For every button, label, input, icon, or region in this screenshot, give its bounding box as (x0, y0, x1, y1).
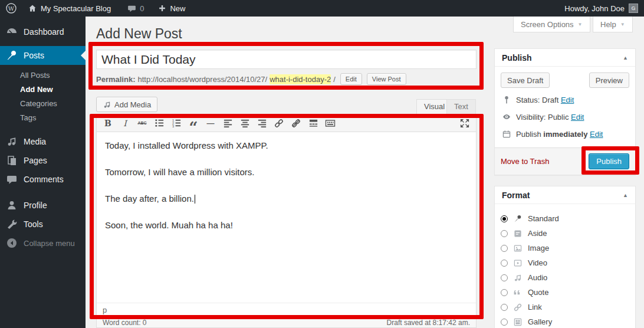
editor-paragraph: Soon, the world. Muah ha ha ha! (105, 219, 468, 231)
format-box-title: Format (502, 191, 530, 200)
editor-paragraph: Today, I installed Wordpress with XAMPP. (105, 139, 468, 152)
unlink-button[interactable] (290, 117, 303, 130)
radio-checked[interactable] (501, 215, 508, 222)
svg-text:3: 3 (172, 124, 173, 128)
format-option-video[interactable]: Video (501, 255, 628, 270)
format-option-quote[interactable]: Quote (501, 285, 628, 300)
home-icon (28, 4, 37, 13)
radio[interactable] (501, 319, 508, 326)
editor: B I ABC 123 “ — (96, 114, 477, 317)
more-tag-button[interactable] (307, 117, 320, 130)
new-menu-item[interactable]: New (153, 0, 190, 17)
edit-status-link[interactable]: Edit (561, 96, 574, 104)
profile-icon (6, 199, 18, 211)
sidebar-item-label: Comments (24, 175, 64, 184)
gallery-icon (513, 317, 523, 327)
radio[interactable] (501, 274, 508, 281)
sidebar-item-all-posts[interactable]: All Posts (0, 68, 86, 83)
collapse-toggle-icon[interactable]: ▲ (623, 192, 628, 198)
post-title-input[interactable] (96, 50, 477, 69)
permalink-suffix: / (333, 75, 336, 84)
wordpress-logo-icon: W (5, 2, 17, 14)
comments-icon (6, 173, 18, 185)
radio[interactable] (501, 245, 508, 252)
italic-button[interactable]: I (119, 117, 132, 130)
avatar: G (629, 4, 638, 13)
blockquote-button[interactable]: “ (187, 117, 200, 130)
post-status-info: Word count: 0 Draft saved at 8:17:42 am. (96, 317, 477, 328)
permalink-base: http://localhost/wordpress/2014/10/27/ (137, 75, 267, 84)
site-menu-item[interactable]: My Spectacular Blog (22, 0, 116, 17)
comments-bubble-item[interactable]: 0 (122, 0, 149, 17)
numbered-list-button[interactable]: 123 (170, 117, 183, 130)
sidebar-item-tags[interactable]: Tags (0, 111, 86, 125)
sidebar-item-comments[interactable]: Comments (0, 170, 86, 189)
sidebar-item-tools[interactable]: Tools (0, 215, 86, 234)
sidebar-item-label: Tools (24, 219, 43, 229)
radio[interactable] (501, 260, 508, 267)
tab-text[interactable]: Text (446, 99, 476, 114)
add-media-icon (103, 100, 111, 109)
sidebar-item-profile[interactable]: Profile (0, 196, 86, 215)
publish-box-header: Publish ▲ (495, 49, 635, 67)
sidebar-item-posts[interactable]: Posts (0, 46, 86, 65)
sidebar-item-pages[interactable]: Pages (0, 151, 86, 170)
sidebar-item-media[interactable]: Media (0, 132, 86, 151)
align-center-button[interactable] (238, 117, 251, 130)
link-button[interactable] (272, 117, 285, 130)
align-left-button[interactable] (221, 117, 234, 130)
editor-toolbar: B I ABC 123 “ — (97, 114, 476, 132)
format-option-audio[interactable]: Audio (501, 270, 628, 285)
site-name: My Spectacular Blog (41, 4, 111, 13)
bold-button[interactable]: B (101, 117, 114, 130)
preview-button[interactable]: Preview (589, 73, 629, 88)
status-pin-icon (502, 95, 511, 104)
permalink-label: Permalink: (96, 75, 135, 84)
comment-bubble-icon (127, 4, 136, 13)
radio[interactable] (501, 289, 508, 296)
sidebar-item-categories[interactable]: Categories (0, 97, 86, 111)
howdy-text: Howdy, John Doe (564, 4, 625, 13)
permalink-row: Permalink: http://localhost/wordpress/20… (96, 73, 406, 86)
sidebar-item-collapse-menu[interactable]: Collapse menu (0, 234, 86, 252)
format-option-aside[interactable]: Aside (501, 226, 628, 241)
format-options-list: Standard Aside Image Video Audio Quote (495, 204, 635, 328)
schedule-value: immediately (543, 130, 587, 139)
word-count-label: Word count: (103, 319, 140, 327)
account-menu-item[interactable]: Howdy, John Doe G (564, 4, 644, 13)
edit-schedule-link[interactable]: Edit (590, 130, 603, 139)
radio[interactable] (501, 230, 508, 237)
edit-permalink-button[interactable]: Edit (340, 73, 362, 85)
wordpress-logo[interactable]: W (0, 0, 22, 17)
collapse-toggle-icon[interactable]: ▲ (623, 55, 628, 61)
screen-options-tab[interactable]: Screen Options ▼ (513, 17, 590, 32)
help-tab[interactable]: Help ▼ (593, 17, 633, 32)
radio[interactable] (501, 304, 508, 311)
format-option-gallery[interactable]: Gallery (501, 314, 628, 328)
move-to-trash-link[interactable]: Move to Trash (501, 157, 549, 166)
element-path[interactable]: p (103, 306, 107, 314)
view-post-button[interactable]: View Post (367, 73, 406, 85)
edit-visibility-link[interactable]: Edit (571, 113, 584, 122)
align-right-button[interactable] (255, 117, 268, 130)
sidebar-item-dashboard[interactable]: Dashboard (0, 22, 86, 41)
posts-submenu: All Posts Add New Categories Tags (0, 65, 86, 129)
toolbar-toggle-button[interactable] (324, 117, 337, 130)
sidebar-item-label: Pages (24, 156, 47, 165)
publish-button[interactable]: Publish (589, 153, 629, 169)
horizontal-rule-button[interactable]: — (204, 117, 217, 130)
sidebar-item-add-new[interactable]: Add New (0, 83, 86, 97)
word-count-value: 0 (143, 319, 147, 327)
publish-box-title: Publish (502, 53, 532, 63)
format-option-link[interactable]: Link (501, 300, 628, 314)
save-draft-button[interactable]: Save Draft (501, 73, 550, 88)
fullscreen-button[interactable] (458, 117, 471, 130)
bullet-list-button[interactable] (153, 117, 166, 130)
strikethrough-button[interactable]: ABC (136, 117, 149, 130)
editor-content[interactable]: Today, I installed Wordpress with XAMPP.… (97, 132, 476, 303)
add-media-button[interactable]: Add Media (96, 97, 157, 112)
admin-sidebar: Dashboard Posts All Posts Add New Catego… (0, 17, 86, 328)
format-option-standard[interactable]: Standard (501, 211, 628, 226)
plus-icon (158, 4, 166, 12)
format-option-image[interactable]: Image (501, 241, 628, 255)
